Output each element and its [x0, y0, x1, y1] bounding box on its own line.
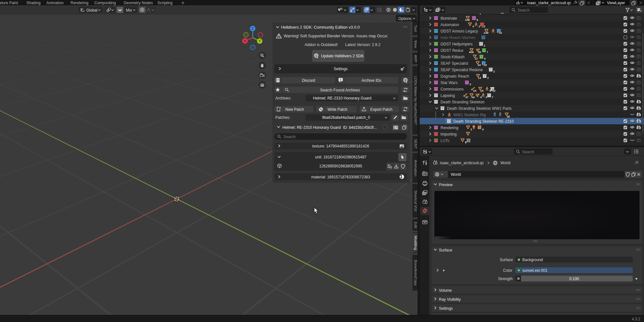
- svg-text:X: X: [244, 39, 246, 43]
- svg-text:?: ?: [277, 79, 279, 82]
- svg-text:Y: Y: [259, 39, 261, 43]
- svg-text:Z: Z: [252, 26, 254, 30]
